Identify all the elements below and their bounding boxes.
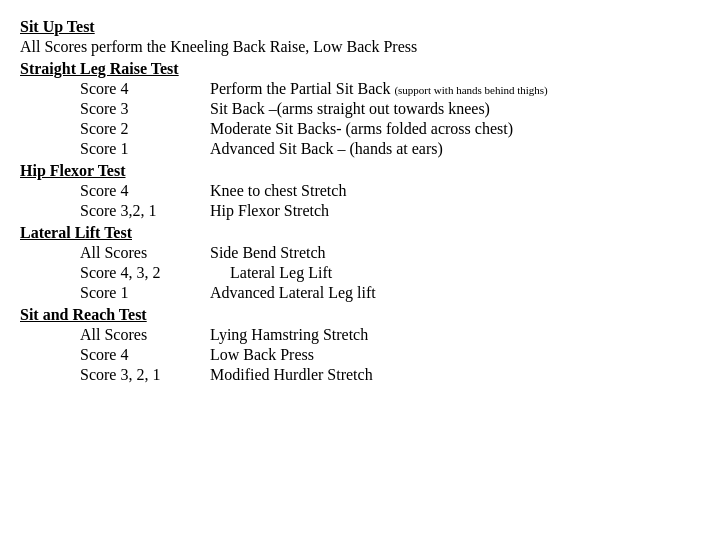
hipflexor-score321-label: Score 3,2, 1 (80, 202, 210, 220)
sitreach-header: Sit and Reach Test (20, 306, 147, 323)
sitreach-all-label: All Scores (80, 326, 210, 344)
straight-score1-text: Advanced Sit Back – (hands at ears) (210, 140, 443, 158)
sitreach-score4-label: Score 4 (80, 346, 210, 364)
document-content: Sit Up Test All Scores perform the Kneel… (20, 18, 700, 384)
laterallift-score1-text: Advanced Lateral Leg lift (210, 284, 376, 302)
sitreach-all-text: Lying Hamstring Stretch (210, 326, 368, 344)
laterallift-score432-text: Lateral Leg Lift (230, 264, 332, 282)
straight-score4-text: Perform the Partial Sit Back (210, 80, 390, 98)
straight-header: Straight Leg Raise Test (20, 60, 179, 77)
sitreach-score321-text: Modified Hurdler Stretch (210, 366, 373, 384)
straight-score3-text: Sit Back –(arms straight out towards kne… (210, 100, 490, 118)
straight-score3-label: Score 3 (80, 100, 210, 118)
hipflexor-header: Hip Flexor Test (20, 162, 126, 179)
straight-score1-label: Score 1 (80, 140, 210, 158)
hipflexor-score4-label: Score 4 (80, 182, 210, 200)
laterallift-score432-label: Score 4, 3, 2 (80, 264, 230, 282)
laterallift-header: Lateral Lift Test (20, 224, 132, 241)
laterallift-all-label: All Scores (80, 244, 210, 262)
straight-score4-label: Score 4 (80, 80, 210, 98)
sitreach-score4-text: Low Back Press (210, 346, 314, 364)
straight-score4-small: (support with hands behind thighs) (394, 84, 547, 96)
hipflexor-score4-text: Knee to chest Stretch (210, 182, 346, 200)
hipflexor-score321-text: Hip Flexor Stretch (210, 202, 329, 220)
sitreach-score321-label: Score 3, 2, 1 (80, 366, 210, 384)
laterallift-score1-label: Score 1 (80, 284, 210, 302)
straight-score2-text: Moderate Sit Backs- (arms folded across … (210, 120, 513, 138)
straight-score2-label: Score 2 (80, 120, 210, 138)
situp-all-scores: All Scores perform the Kneeling Back Rai… (20, 38, 417, 55)
laterallift-all-text: Side Bend Stretch (210, 244, 326, 262)
situp-header: Sit Up Test (20, 18, 95, 35)
